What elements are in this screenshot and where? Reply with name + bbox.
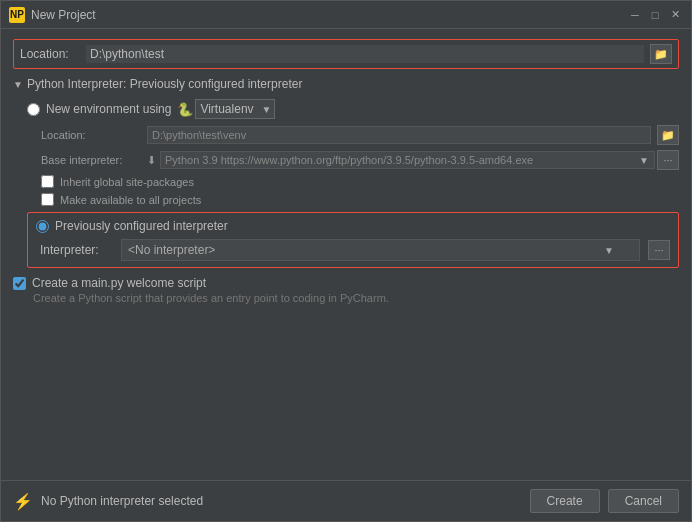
- app-icon: NP: [9, 7, 25, 23]
- location-label: Location:: [20, 47, 80, 61]
- location-browse-button[interactable]: 📁: [650, 44, 672, 64]
- mainpy-label: Create a main.py welcome script: [32, 276, 206, 290]
- new-environment-row: New environment using 🐍 Virtualenv Conda…: [27, 99, 679, 119]
- base-interpreter-select[interactable]: Python 3.9 https://www.python.org/ftp/py…: [160, 151, 655, 169]
- prev-interp-radio-row: Previously configured interpreter: [36, 219, 670, 233]
- new-environment-label: New environment using: [46, 102, 171, 116]
- venv-location-browse-button[interactable]: 📁: [657, 125, 679, 145]
- make-available-row: Make available to all projects: [41, 193, 679, 206]
- location-section: Location: 📁: [13, 39, 679, 69]
- env-type-wrapper: 🐍 Virtualenv Conda Pipenv Poetry ▼: [177, 99, 275, 119]
- env-type-select[interactable]: Virtualenv Conda Pipenv Poetry: [195, 99, 275, 119]
- make-available-label: Make available to all projects: [60, 194, 201, 206]
- mainpy-description: Create a Python script that provides an …: [13, 292, 679, 304]
- make-available-checkbox[interactable]: [41, 193, 54, 206]
- venv-location-input[interactable]: [147, 126, 651, 144]
- dialog-content: Location: 📁 ▼ Python Interpreter: Previo…: [1, 29, 691, 480]
- interpreter-select-wrapper: <No interpreter> ▼: [121, 239, 640, 261]
- inherit-packages-checkbox[interactable]: [41, 175, 54, 188]
- mainpy-section: Create a main.py welcome script Create a…: [13, 276, 679, 304]
- new-project-window: NP New Project ─ □ ✕ Location: 📁 ▼ Pytho…: [0, 0, 692, 522]
- location-input[interactable]: [86, 45, 644, 63]
- maximize-button[interactable]: □: [647, 8, 663, 22]
- interpreter-section-title: Python Interpreter: Previously configure…: [27, 77, 302, 91]
- new-env-sub-section: Location: 📁 Base interpreter: ⬇ Python 3…: [27, 125, 679, 206]
- create-button[interactable]: Create: [530, 489, 600, 513]
- inherit-packages-label: Inherit global site-packages: [60, 176, 194, 188]
- base-interpreter-row: Base interpreter: ⬇ Python 3.9 https://w…: [41, 150, 679, 170]
- interpreter-field-label: Interpreter:: [40, 243, 115, 257]
- base-interpreter-more-button[interactable]: ···: [657, 150, 679, 170]
- collapse-arrow-icon[interactable]: ▼: [13, 79, 23, 90]
- venv-location-label: Location:: [41, 129, 141, 141]
- interpreter-section: ▼ Python Interpreter: Previously configu…: [13, 77, 679, 268]
- interpreter-section-body: New environment using 🐍 Virtualenv Conda…: [13, 99, 679, 268]
- prev-interp-section: Previously configured interpreter Interp…: [27, 212, 679, 268]
- download-icon: ⬇: [147, 154, 156, 167]
- prev-interp-radio[interactable]: [36, 220, 49, 233]
- inherit-packages-row: Inherit global site-packages: [41, 175, 679, 188]
- warning-icon: ⚡: [13, 492, 33, 511]
- close-button[interactable]: ✕: [667, 8, 683, 22]
- interpreter-select[interactable]: <No interpreter>: [121, 239, 640, 261]
- minimize-button[interactable]: ─: [627, 8, 643, 22]
- bottom-bar: ⚡ No Python interpreter selected Create …: [1, 480, 691, 521]
- virtualenv-icon: 🐍: [177, 102, 193, 117]
- new-environment-radio[interactable]: [27, 103, 40, 116]
- warning-text: No Python interpreter selected: [41, 494, 522, 508]
- prev-interp-label: Previously configured interpreter: [55, 219, 228, 233]
- base-interpreter-select-wrapper: ⬇ Python 3.9 https://www.python.org/ftp/…: [147, 151, 649, 169]
- mainpy-row: Create a main.py welcome script: [13, 276, 679, 290]
- interpreter-section-header: ▼ Python Interpreter: Previously configu…: [13, 77, 679, 91]
- venv-location-row: Location: 📁: [41, 125, 679, 145]
- base-interpreter-label: Base interpreter:: [41, 154, 141, 166]
- window-title: New Project: [31, 8, 627, 22]
- window-controls: ─ □ ✕: [627, 8, 683, 22]
- interpreter-more-button[interactable]: ···: [648, 240, 670, 260]
- interpreter-field-row: Interpreter: <No interpreter> ▼ ···: [36, 239, 670, 261]
- titlebar: NP New Project ─ □ ✕: [1, 1, 691, 29]
- cancel-button[interactable]: Cancel: [608, 489, 679, 513]
- mainpy-checkbox[interactable]: [13, 277, 26, 290]
